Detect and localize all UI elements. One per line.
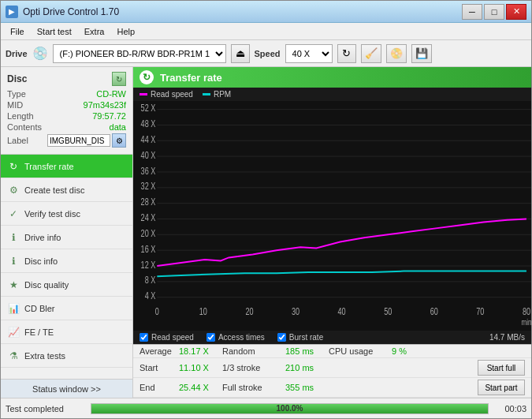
maximize-button[interactable]: □ xyxy=(484,4,504,20)
disc-refresh-button[interactable]: ↻ xyxy=(112,72,126,86)
start-value: 11.10 X xyxy=(179,363,222,372)
svg-text:20 X: 20 X xyxy=(141,228,156,238)
checkbox-access-times[interactable]: Access times xyxy=(206,333,265,342)
svg-text:36 X: 36 X xyxy=(141,165,156,175)
refresh-button[interactable]: ↻ xyxy=(337,44,356,63)
svg-text:48 X: 48 X xyxy=(141,118,156,129)
nav-label-disc-quality: Disc quality xyxy=(24,280,69,290)
progress-text: 100.0% xyxy=(91,404,488,413)
create-disc-icon: ⚙ xyxy=(7,184,20,196)
checkbox-burst-rate[interactable]: Burst rate xyxy=(277,333,323,342)
nav-item-disc-info[interactable]: ℹ Disc info xyxy=(1,249,132,273)
legend-read-speed-dot xyxy=(140,93,147,95)
erase-button[interactable]: 🧹 xyxy=(361,44,381,63)
checkbox-access-times-input[interactable] xyxy=(206,333,215,342)
stroke13-label: 1/3 stroke xyxy=(222,363,285,372)
legend-rpm: RPM xyxy=(203,90,231,99)
end-value: 25.44 X xyxy=(179,383,222,392)
svg-text:16 X: 16 X xyxy=(141,244,156,254)
nav-label-drive-info: Drive info xyxy=(24,233,61,242)
nav-item-transfer-rate[interactable]: ↻ Transfer rate xyxy=(1,155,132,178)
status-time: 00:03 xyxy=(495,404,526,413)
contents-label: Contents xyxy=(7,122,42,132)
drive-select[interactable]: (F:) PIONEER BD-R/RW BDR-PR1M 1.65 xyxy=(53,44,226,63)
checkbox-burst-rate-label: Burst rate xyxy=(289,333,323,342)
menu-extra[interactable]: Extra xyxy=(78,25,111,38)
disc-label-input[interactable] xyxy=(47,134,110,147)
cpu-label: CPU usage xyxy=(329,346,392,356)
minimize-button[interactable]: ─ xyxy=(462,4,482,20)
svg-text:40 X: 40 X xyxy=(141,150,156,160)
eject-button[interactable]: ⏏ xyxy=(231,44,250,63)
chart-legend: Read speed RPM xyxy=(133,88,531,101)
disc-label-button[interactable]: ⚙ xyxy=(112,133,126,148)
app-icon: ▶ xyxy=(6,6,18,18)
type-label: Type xyxy=(7,89,26,99)
label-key: Label xyxy=(7,136,28,145)
svg-text:12 X: 12 X xyxy=(141,259,156,269)
nav-item-verify-test-disc[interactable]: ✓ Verify test disc xyxy=(1,202,132,226)
svg-text:28 X: 28 X xyxy=(141,196,156,207)
nav-label-fe-te: FE / TE xyxy=(24,327,54,337)
disc-header-label: Disc xyxy=(7,73,27,84)
disc-info-button[interactable]: 📀 xyxy=(386,44,407,63)
stroke13-value: 210 ms xyxy=(285,363,329,372)
legend-read-speed: Read speed xyxy=(140,90,193,99)
verify-disc-icon: ✓ xyxy=(7,208,20,220)
sidebar: Disc ↻ Type CD-RW MID 97m34s23f Length 7… xyxy=(1,67,133,398)
svg-text:52 X: 52 X xyxy=(141,103,156,113)
nav-item-extra-tests[interactable]: ⚗ Extra tests xyxy=(1,344,132,368)
mid-label: MID xyxy=(7,100,23,110)
svg-text:0: 0 xyxy=(155,306,159,316)
nav-item-create-test-disc[interactable]: ⚙ Create test disc xyxy=(1,178,132,202)
nav-item-drive-info[interactable]: ℹ Drive info xyxy=(1,226,132,249)
disc-quality-icon: ★ xyxy=(7,279,20,291)
speed-select[interactable]: 40 X xyxy=(285,44,333,63)
svg-text:min: min xyxy=(521,317,531,327)
nav-label-disc-info: Disc info xyxy=(24,256,58,266)
svg-text:44 X: 44 X xyxy=(141,134,156,144)
checkbox-read-speed[interactable]: Read speed xyxy=(140,333,194,342)
menu-file[interactable]: File xyxy=(4,25,31,38)
chart-svg-container: 52 X 48 X 44 X 40 X 36 X xyxy=(133,101,531,331)
random-label: Random xyxy=(222,346,285,356)
chart-header: ↻ Transfer rate xyxy=(133,67,531,88)
cpu-value: 9 % xyxy=(392,346,435,356)
start-part-button[interactable]: Start part xyxy=(478,380,525,395)
nav-label-extra-tests: Extra tests xyxy=(24,351,65,361)
save-button[interactable]: 💾 xyxy=(411,44,432,63)
checkbox-read-speed-input[interactable] xyxy=(140,333,148,342)
svg-text:40: 40 xyxy=(338,306,346,316)
nav-item-fe-te[interactable]: 📈 FE / TE xyxy=(1,320,132,344)
progress-container: 100.0% xyxy=(91,403,489,414)
legend-rpm-label: RPM xyxy=(214,90,231,99)
svg-text:80: 80 xyxy=(523,306,530,316)
fullstroke-label: Full stroke xyxy=(222,383,285,392)
start-label: Start xyxy=(140,363,179,372)
toolbar: Drive 💿 (F:) PIONEER BD-R/RW BDR-PR1M 1.… xyxy=(1,40,531,67)
checkbox-burst-rate-input[interactable] xyxy=(277,333,286,342)
menu-help[interactable]: Help xyxy=(110,25,141,38)
stats-row-end: End 25.44 X Full stroke 355 ms Start par… xyxy=(133,378,531,398)
statusbar: Test completed 100.0% 00:03 xyxy=(1,398,531,418)
legend-rpm-dot xyxy=(203,93,210,95)
menu-start-test[interactable]: Start test xyxy=(31,25,78,38)
start-full-button[interactable]: Start full xyxy=(478,360,525,376)
burst-rate-value: 14.7 MB/s xyxy=(489,333,525,342)
mid-value: 97m34s23f xyxy=(84,100,126,110)
svg-text:70: 70 xyxy=(476,306,484,316)
status-window-button[interactable]: Status window >> xyxy=(1,379,132,398)
nav-item-cd-bler[interactable]: 📊 CD Bler xyxy=(1,297,132,320)
close-button[interactable]: ✕ xyxy=(506,4,526,20)
svg-rect-0 xyxy=(133,101,531,331)
svg-text:10: 10 xyxy=(199,306,207,316)
length-value: 79:57.72 xyxy=(92,111,126,121)
svg-text:8 X: 8 X xyxy=(145,275,156,285)
chart-icon: ↻ xyxy=(140,70,154,84)
average-value: 18.17 X xyxy=(179,346,222,356)
fullstroke-value: 355 ms xyxy=(285,383,329,392)
average-label: Average xyxy=(140,346,179,356)
nav-label-cd-bler: CD Bler xyxy=(24,304,55,313)
svg-text:4 X: 4 X xyxy=(145,290,156,301)
nav-item-disc-quality[interactable]: ★ Disc quality xyxy=(1,273,132,297)
